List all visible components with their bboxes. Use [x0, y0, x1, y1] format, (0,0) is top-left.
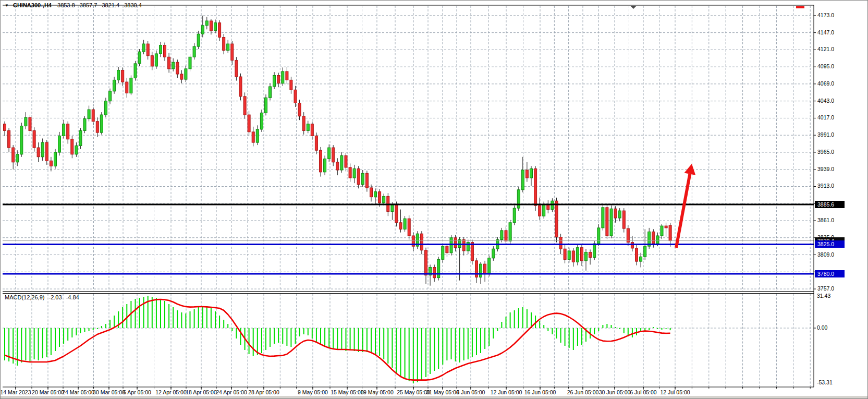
- ohlc-low-value: 3821.4: [102, 2, 119, 8]
- price-axis-label: 4017.0: [817, 114, 834, 120]
- price-axis-label: 3965.0: [817, 149, 834, 155]
- macd-axis-max: 31.43: [817, 293, 830, 299]
- symbol-period-label: CHINA300-,H4: [13, 2, 52, 8]
- ohlc-high-value: 3857.7: [80, 2, 97, 8]
- macd-main-value: -2.03: [48, 294, 62, 300]
- price-axis-label: 3939.0: [817, 166, 834, 172]
- candlestick-chart-canvas[interactable]: [1, 1, 868, 399]
- price-axis-label: 4173.0: [817, 12, 834, 18]
- price-axis-label: 4121.0: [817, 46, 834, 52]
- price-axis-label: 4069.0: [817, 80, 834, 87]
- time-axis-label: 12 Jul 05:00: [650, 389, 700, 395]
- trading-chart-window: ▼ CHINA300-,H4 3853.8 3857.7 3821.4 3830…: [0, 0, 868, 399]
- symbol-dropdown-icon[interactable]: ▼: [5, 3, 9, 8]
- price-axis-label: 3809.0: [817, 251, 834, 258]
- ohlc-close-value: 3830.4: [124, 2, 142, 8]
- price-axis-label: 3757.0: [817, 285, 834, 292]
- price-level-badge: 3885.6: [815, 201, 845, 208]
- price-axis-label: 4043.0: [817, 98, 834, 104]
- price-axis-label: 3991.0: [817, 131, 834, 138]
- macd-axis-min: -53.31: [817, 379, 833, 385]
- price-axis-label: 3861.0: [817, 217, 834, 223]
- price-axis-label: 4095.0: [817, 63, 834, 69]
- time-axis-label: 28 Apr 05:00: [239, 389, 289, 395]
- price-level-badge: 3825.0: [815, 240, 845, 248]
- price-axis-label: 3913.0: [817, 183, 834, 189]
- macd-indicator-label: MACD(12,26,9) -2.03 -4.84: [5, 294, 82, 300]
- macd-signal-value: -4.84: [66, 294, 79, 300]
- chart-title-bar: ▼ CHINA300-,H4 3853.8 3857.7 3821.4 3830…: [5, 2, 145, 8]
- macd-name: MACD(12,26,9): [5, 294, 44, 300]
- price-axis-label: 4147.0: [817, 29, 834, 35]
- macd-axis-zero: 0.00: [817, 324, 827, 331]
- price-level-badge: 3780.0: [815, 270, 845, 277]
- ohlc-open-value: 3853.8: [57, 2, 75, 8]
